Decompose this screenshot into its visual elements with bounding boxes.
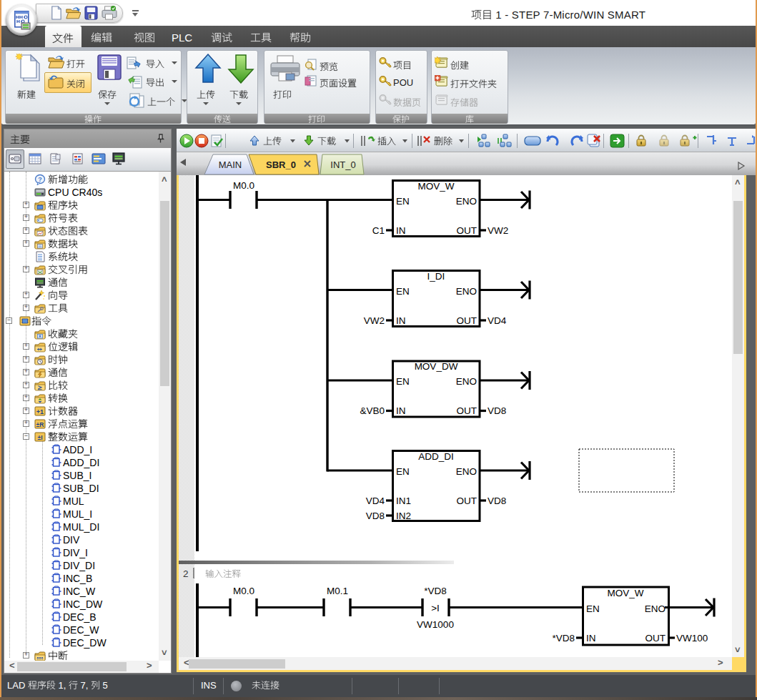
svg-text:*VD8: *VD8 (424, 586, 447, 596)
svg-text:VD8: VD8 (488, 405, 506, 416)
svg-text:OUT: OUT (457, 315, 478, 326)
svg-text:IN1: IN1 (396, 496, 411, 506)
svg-text:VD4: VD4 (488, 315, 507, 326)
svg-text:VW1000: VW1000 (417, 619, 454, 630)
svg-text:±I: ±I (37, 434, 42, 441)
svg-text:7,: 7, (78, 680, 91, 691)
svg-text:ENO: ENO (645, 603, 666, 614)
svg-text:INT_0: INT_0 (330, 159, 355, 170)
svg-text:ENO: ENO (456, 376, 477, 387)
svg-text:OUT: OUT (457, 225, 478, 236)
svg-text:*VD8: *VD8 (552, 633, 575, 644)
svg-text:SBR_0: SBR_0 (266, 159, 296, 170)
svg-text:5: 5 (100, 680, 108, 691)
svg-text:MOV_DW: MOV_DW (415, 361, 458, 372)
svg-text:M0.0: M0.0 (233, 586, 254, 596)
svg-text:OUT: OUT (457, 405, 478, 416)
svg-text:?: ? (38, 176, 42, 183)
svg-text:M0.1: M0.1 (327, 586, 348, 596)
svg-text:+1: +1 (36, 408, 44, 415)
svg-text:&VB0: &VB0 (360, 405, 385, 416)
svg-text:EN: EN (396, 466, 410, 477)
svg-text:IN: IN (396, 225, 406, 236)
svg-text:VD8: VD8 (488, 496, 506, 506)
svg-text:EN: EN (586, 603, 600, 614)
svg-text:ENO: ENO (456, 286, 477, 297)
svg-text:2: 2 (183, 568, 189, 579)
svg-text:VW2: VW2 (488, 225, 508, 236)
svg-text:IN: IN (396, 315, 406, 326)
svg-text:VW100: VW100 (676, 633, 708, 644)
svg-text:IN2: IN2 (396, 511, 411, 521)
svg-text:MAIN: MAIN (219, 159, 242, 170)
svg-text:MOV_W: MOV_W (417, 181, 454, 192)
svg-text:EN: EN (396, 376, 410, 387)
svg-text:±R: ±R (36, 421, 44, 428)
svg-text:ADD_DI: ADD_DI (418, 451, 454, 462)
svg-text:OUT: OUT (457, 496, 478, 506)
svg-text:VD4: VD4 (366, 496, 385, 506)
svg-text:VW2: VW2 (364, 315, 385, 326)
svg-text:LAD: LAD (7, 680, 25, 691)
svg-text:MOV_W: MOV_W (607, 588, 643, 598)
svg-text:ENO: ENO (456, 196, 477, 207)
svg-text:M0.0: M0.0 (233, 180, 254, 191)
svg-text:EN: EN (396, 286, 410, 297)
svg-text:EN: EN (396, 196, 410, 207)
svg-text:ENO: ENO (456, 466, 477, 477)
svg-text:IN: IN (396, 405, 406, 416)
svg-text:IN: IN (586, 633, 596, 644)
svg-text:I_DI: I_DI (427, 271, 445, 282)
svg-text:OUT: OUT (645, 633, 666, 644)
svg-text:1,: 1, (56, 680, 69, 691)
svg-text:VD8: VD8 (366, 511, 385, 521)
svg-text:C1: C1 (372, 225, 385, 236)
svg-text:>I: >I (431, 603, 440, 613)
svg-text:1 - STEP 7-Micro/WIN SMART: 1 - STEP 7-Micro/WIN SMART (493, 9, 645, 21)
